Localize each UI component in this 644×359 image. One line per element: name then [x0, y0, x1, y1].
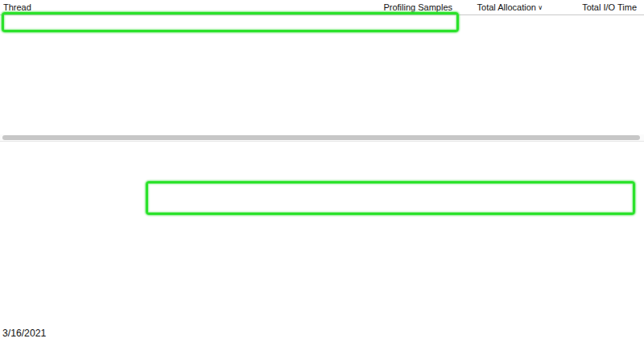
timeline-track-labels: [0, 0, 149, 359]
profiler-window: ThreadProfiling SamplesTotal Allocation …: [0, 0, 644, 359]
timeline-date-label: 3/16/2021: [2, 328, 46, 340]
